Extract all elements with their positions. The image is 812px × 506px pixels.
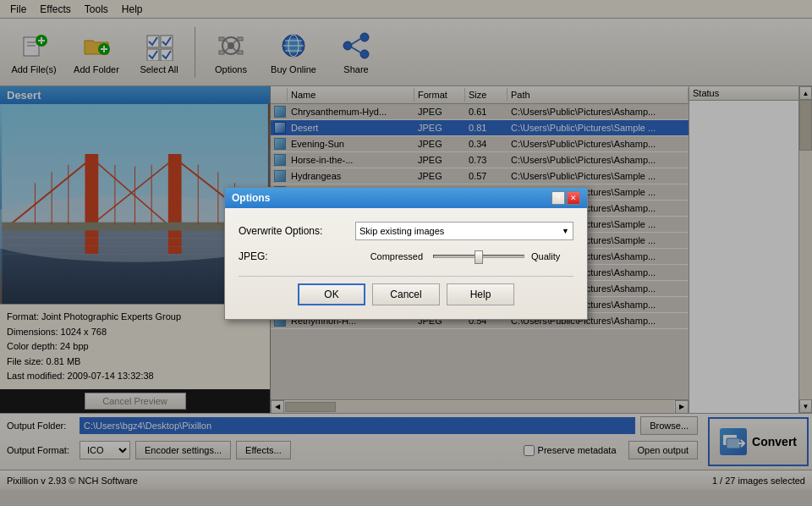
overwrite-value: Skip existing images: [359, 226, 444, 236]
dialog-close-btn[interactable]: ✕: [567, 191, 580, 205]
jpeg-slider-wrap: [433, 255, 524, 258]
options-dialog: Options ? ✕ Overwrite Options: Skip exis…: [224, 187, 588, 320]
jpeg-slider[interactable]: [433, 255, 524, 258]
dialog-separator: [239, 276, 573, 277]
compressed-label: Compressed: [355, 251, 423, 261]
dialog-help-btn[interactable]: ?: [551, 191, 565, 205]
dialog-title: Options: [232, 192, 270, 204]
jpeg-row: JPEG: Compressed Quality: [239, 250, 573, 262]
overwrite-options-select[interactable]: Skip existing images ▼: [355, 222, 573, 240]
help-button[interactable]: Help: [447, 283, 514, 305]
dialog-buttons: OK Cancel Help: [239, 283, 573, 305]
overwrite-options-label: Overwrite Options:: [239, 225, 348, 237]
dropdown-arrow: ▼: [562, 227, 569, 235]
jpeg-label: JPEG:: [239, 250, 348, 262]
ok-button[interactable]: OK: [298, 283, 365, 305]
quality-label: Quality: [531, 251, 573, 261]
cancel-button[interactable]: Cancel: [372, 283, 440, 305]
dialog-body: Overwrite Options: Skip existing images …: [225, 208, 587, 319]
overwrite-options-row: Overwrite Options: Skip existing images …: [239, 222, 573, 240]
dialog-titlebar: Options ? ✕: [225, 188, 587, 208]
dialog-controls: ? ✕: [551, 191, 580, 205]
jpeg-slider-thumb[interactable]: [475, 250, 483, 264]
dialog-overlay: Options ? ✕ Overwrite Options: Skip exis…: [0, 0, 812, 506]
